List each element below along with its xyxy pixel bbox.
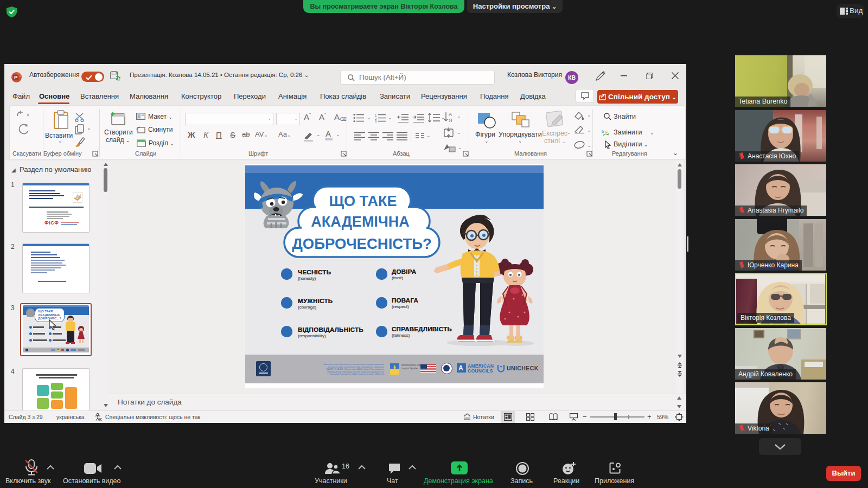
svg-text:ДОБРОЧЕСНІСТЬ?: ДОБРОЧЕСНІСТЬ? (292, 235, 432, 252)
svg-text:Я: Я (449, 118, 452, 123)
svg-text:c: c (605, 129, 608, 134)
svg-text:ЩО ТАКЕ: ЩО ТАКЕ (329, 193, 397, 209)
svg-text:3: 3 (375, 120, 377, 123)
svg-text:P: P (14, 74, 18, 80)
svg-text:А: А (449, 112, 452, 117)
svg-text:b: b (602, 129, 604, 134)
svg-text:АКАДЕМІЧНА: АКАДЕМІЧНА (311, 214, 410, 230)
